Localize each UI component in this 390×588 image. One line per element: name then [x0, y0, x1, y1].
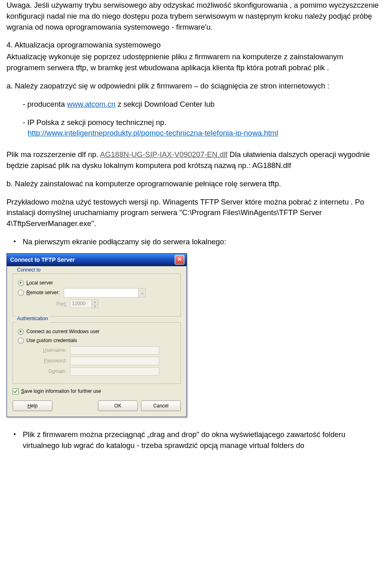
link-dlf-file[interactable]: AG188N-UG-SIP-IAX-V090207-EN.dlf: [100, 150, 228, 159]
bullet-icon: •: [6, 429, 23, 439]
link-ipnowa[interactable]: http://www.inteligentneprodukty.pl/pomoc…: [28, 129, 278, 137]
bullet-icon: •: [6, 237, 23, 246]
link-atcom[interactable]: www.atcom.cn: [67, 100, 115, 108]
text: Plik ma rozszerzenie dlf np.: [6, 150, 100, 159]
auth-custom-label: Use custom credentials: [26, 337, 77, 344]
remote-server-combo[interactable]: ⌄: [64, 288, 146, 297]
help-button[interactable]: Help: [13, 401, 52, 411]
local-server-label: Local server: [26, 280, 53, 286]
password-label: Password:: [34, 358, 67, 364]
auth-group: Authentication Connect as current Window…: [13, 322, 181, 384]
dialog-titlebar[interactable]: Connect to TFTP Server ✕: [7, 254, 186, 266]
save-login-label: Save login information for further use: [21, 388, 101, 395]
port-label: Port:: [34, 301, 67, 308]
spin-up-icon[interactable]: ▴: [92, 300, 98, 304]
paragraph-update-desc: Aktualizację wykonuje się poprzez udostę…: [6, 52, 384, 73]
remote-server-label: Remote server:: [26, 289, 60, 296]
connect-to-legend: Connect to: [15, 267, 42, 274]
auth-custom-radio[interactable]: [18, 338, 24, 344]
paragraph-example: Przykładowo można użyć testowych wersji …: [6, 197, 384, 229]
port-spinner[interactable]: 12000 ▴ ▾: [70, 299, 98, 308]
section-heading: 4. Aktualizacja oprogramowania systemowe…: [6, 40, 384, 51]
ok-button[interactable]: OK: [98, 401, 138, 411]
paragraph-source-1: - producenta www.atcom.cn z sekcji Downl…: [6, 99, 384, 110]
connect-to-group: Connect to Local server Remote server: ⌄…: [13, 274, 181, 317]
paragraph-step-a: a. Należy zaopatrzyć się w odpowiedni pl…: [6, 81, 384, 92]
bullet-text-2: Plik z firmwarem można przeciągnąć „drag…: [23, 429, 384, 451]
dialog-title: Connect to TFTP Server: [10, 256, 75, 264]
username-input[interactable]: [70, 346, 159, 355]
tftp-connect-dialog: Connect to TFTP Server ✕ Connect to Loca…: [6, 253, 187, 418]
paragraph-step-b: b. Należy zainstalować na komputerze opr…: [6, 179, 384, 190]
paragraph-source-2: - IP Polska z sekcji pomocy technicznej …: [23, 117, 384, 128]
text: z sekcji Download Center lub: [115, 100, 214, 108]
auth-current-user-label: Connect as current Windows user: [26, 328, 100, 335]
paragraph-warning: Uwaga. Jeśli używamy trybu serwisowego a…: [6, 0, 384, 32]
password-input[interactable]: [70, 357, 159, 365]
remote-server-radio[interactable]: [18, 290, 24, 296]
paragraph-dlf: Plik ma rozszerzenie dlf np. AG188N-UG-S…: [6, 149, 384, 171]
username-label: Username:: [34, 347, 67, 354]
cancel-button[interactable]: Cancel: [141, 401, 181, 411]
domain-input[interactable]: [70, 367, 159, 376]
domain-label: Domain:: [34, 368, 67, 375]
auth-current-user-radio[interactable]: [18, 329, 24, 335]
auth-legend: Authentication: [15, 315, 50, 322]
chevron-down-icon[interactable]: ⌄: [138, 289, 145, 297]
save-login-checkbox[interactable]: [13, 388, 19, 394]
spin-down-icon[interactable]: ▾: [92, 304, 98, 308]
text: - producenta: [23, 100, 67, 108]
port-value: 12000: [70, 299, 92, 308]
local-server-radio[interactable]: [18, 280, 24, 286]
close-icon[interactable]: ✕: [175, 255, 184, 265]
bullet-text-1: Na pierwszym ekranie podłączamy się do s…: [23, 237, 384, 248]
